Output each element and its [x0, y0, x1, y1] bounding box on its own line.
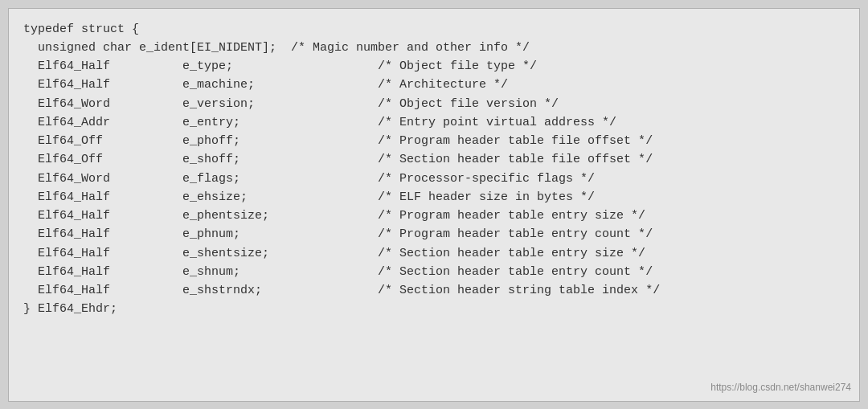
line-6: Elf64_Off e_phoff; /* Program header tab… [23, 132, 845, 150]
watermark: https://blog.csdn.net/shanwei274 [710, 382, 851, 393]
line-10: Elf64_Half e_phentsize; /* Program heade… [23, 207, 845, 225]
line-0: typedef struct { [23, 20, 845, 39]
line-14: Elf64_Half e_shstrndx; /* Section header… [23, 281, 845, 300]
line-7: Elf64_Off e_shoff; /* Section header tab… [23, 150, 845, 169]
line-1: unsigned char e_ident[EI_NIDENT]; /* Mag… [23, 39, 845, 57]
line-9: Elf64_Half e_ehsize; /* ELF header size … [23, 188, 845, 207]
line-5: Elf64_Addr e_entry; /* Entry point virtu… [23, 113, 845, 132]
line-4: Elf64_Word e_version; /* Object file ver… [23, 95, 845, 113]
line-12: Elf64_Half e_shentsize; /* Section heade… [23, 244, 845, 263]
code-block: typedef struct { unsigned char e_ident[E… [23, 20, 845, 319]
code-container: typedef struct { unsigned char e_ident[E… [8, 8, 860, 402]
line-13: Elf64_Half e_shnum; /* Section header ta… [23, 263, 845, 281]
line-3: Elf64_Half e_machine; /* Architecture */ [23, 76, 845, 94]
line-15: } Elf64_Ehdr; [23, 300, 845, 318]
line-2: Elf64_Half e_type; /* Object file type *… [23, 57, 845, 76]
line-8: Elf64_Word e_flags; /* Processor-specifi… [23, 170, 845, 188]
line-11: Elf64_Half e_phnum; /* Program header ta… [23, 225, 845, 243]
